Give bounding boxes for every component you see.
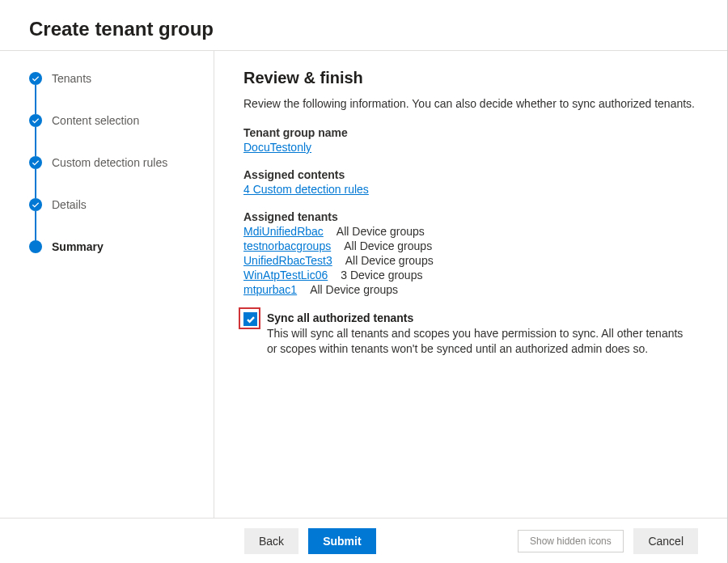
tenant-row: MdiUnifiedRbacAll Device groups [243, 225, 705, 239]
tenant-row: WinAtpTestLic063 Device groups [243, 269, 705, 282]
check-icon [29, 156, 42, 169]
tenant-name-link[interactable]: testnorbacgroups [243, 239, 331, 252]
page-header: Create tenant group [0, 0, 727, 50]
cancel-button[interactable]: Cancel [633, 528, 698, 554]
step-connector [35, 211, 36, 240]
wizard-step-label: Tenants [52, 71, 91, 86]
review-subtitle: Review the following information. You ca… [243, 97, 705, 110]
wizard-step-summary[interactable]: Summary [29, 239, 214, 254]
sync-checkbox-help: This will sync all tenants and scopes yo… [267, 326, 688, 358]
sync-authorized-checkbox[interactable] [243, 312, 257, 326]
tenant-name-link[interactable]: mtpurbac1 [243, 283, 297, 296]
tenant-name-link[interactable]: UnifiedRbacTest3 [243, 254, 332, 267]
assigned-contents-link[interactable]: 4 Custom detection rules [243, 183, 369, 196]
wizard-step-label: Details [52, 197, 87, 212]
tenant-row: mtpurbac1All Device groups [243, 283, 705, 297]
assigned-tenants-label: Assigned tenants [243, 210, 705, 223]
submit-button[interactable]: Submit [308, 528, 375, 554]
page-title: Create tenant group [29, 18, 727, 40]
back-button[interactable]: Back [244, 528, 298, 554]
tenant-scope: All Device groups [310, 283, 398, 296]
tenant-row: UnifiedRbacTest3All Device groups [243, 254, 705, 268]
check-icon [29, 198, 42, 211]
tenant-scope: All Device groups [336, 225, 425, 238]
wizard-step-label: Summary [52, 239, 104, 254]
show-hidden-icons-button[interactable]: Show hidden icons [518, 530, 624, 552]
step-connector [35, 85, 36, 114]
sync-authorized-checkbox-block: Sync all authorized tenants This will sy… [243, 311, 705, 358]
tenant-name-link[interactable]: MdiUnifiedRbac [243, 225, 324, 238]
wizard-steps-sidebar: Tenants Content selection Custom detecti… [0, 51, 214, 518]
current-step-dot-icon [29, 240, 42, 253]
assigned-contents-label: Assigned contents [243, 168, 705, 181]
body-region: Tenants Content selection Custom detecti… [0, 51, 727, 518]
wizard-step-custom-detection-rules[interactable]: Custom detection rules [29, 155, 214, 197]
wizard-step-label: Content selection [52, 113, 139, 128]
step-connector [35, 127, 36, 156]
tenant-group-name-link[interactable]: DocuTestonly [243, 141, 311, 154]
footer-actions: Back Submit Show hidden icons Cancel [0, 518, 727, 563]
step-connector [35, 169, 36, 198]
wizard-step-content-selection[interactable]: Content selection [29, 113, 214, 155]
tenant-group-name-label: Tenant group name [243, 126, 705, 139]
wizard-step-details[interactable]: Details [29, 197, 214, 239]
check-icon [29, 72, 42, 85]
tenant-row: testnorbacgroupsAll Device groups [243, 239, 705, 253]
checkmark-icon [246, 315, 256, 324]
tenant-name-link[interactable]: WinAtpTestLic06 [243, 269, 328, 282]
tenant-scope: All Device groups [344, 239, 432, 252]
tenant-scope: 3 Device groups [341, 269, 422, 282]
sync-checkbox-label: Sync all authorized tenants [267, 311, 688, 324]
wizard-step-label: Custom detection rules [52, 155, 167, 170]
wizard-step-tenants[interactable]: Tenants [29, 71, 214, 113]
check-icon [29, 114, 42, 127]
review-heading: Review & finish [243, 69, 705, 87]
main-content: Review & finish Review the following inf… [214, 51, 727, 518]
tenant-scope: All Device groups [345, 254, 434, 267]
